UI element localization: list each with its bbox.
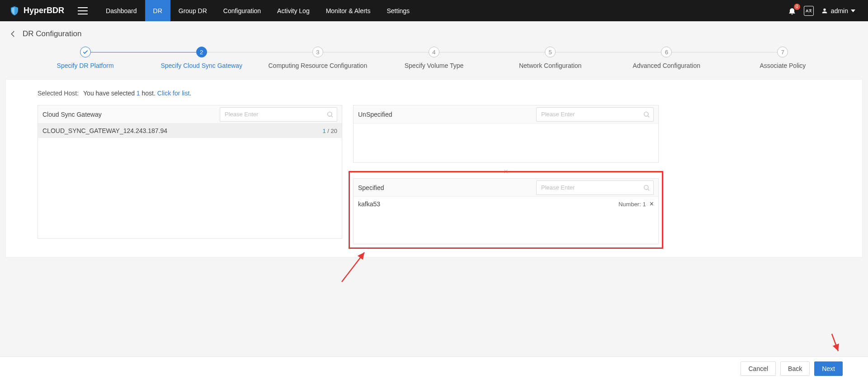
nav-right: 0 A文 admin <box>788 6 855 16</box>
gateway-search-input[interactable] <box>220 107 337 122</box>
search-icon <box>643 184 650 191</box>
brand[interactable]: HyperBDR <box>9 5 64 16</box>
caret-down-icon <box>851 10 855 12</box>
gateway-panel-title: Cloud Sync Gateway <box>42 111 102 118</box>
step-4[interactable]: 4 Specify Volume Type <box>376 47 492 69</box>
selected-host-text: You have selected 1 host. Click for list… <box>83 90 191 97</box>
svg-line-3 <box>342 252 364 282</box>
search-icon <box>643 111 650 118</box>
cloud-sync-gateway-panel: Cloud Sync Gateway CLOUD_SYNC_GATEWAY_12… <box>38 105 342 239</box>
nav-links: Dashboard DR Group DR Configuration Acti… <box>98 0 418 21</box>
step-2[interactable]: 2 Specify Cloud Sync Gateway <box>143 47 259 69</box>
unspecified-search-input[interactable] <box>536 107 654 122</box>
gateway-row-capacity: 1 / 20 <box>322 128 337 134</box>
language-toggle[interactable]: A文 <box>804 6 814 16</box>
page-title: DR Configuration <box>23 29 81 38</box>
step-7[interactable]: 7 Associate Policy <box>725 47 841 69</box>
selected-host-label: Selected Host: <box>38 90 79 97</box>
gateway-row[interactable]: CLOUD_SYNC_GATEWAY_124.243.187.94 1 / 20 <box>38 124 342 138</box>
menu-toggle-icon[interactable] <box>78 7 88 14</box>
specified-row-name: kafka53 <box>358 200 380 208</box>
svg-point-0 <box>328 112 332 116</box>
specified-title: Specified <box>358 184 384 191</box>
step-3[interactable]: 3 Computing Resource Configuration <box>259 47 376 69</box>
remove-row-icon[interactable]: × <box>650 200 654 208</box>
specified-search <box>536 180 654 195</box>
specified-row-right: Number: 1 × <box>618 200 654 208</box>
brand-text: HyperBDR <box>24 6 64 15</box>
unspecified-title: UnSpecified <box>358 111 392 118</box>
wizard-steps: Specify DR Platform 2 Specify Cloud Sync… <box>0 45 868 79</box>
back-arrow-icon[interactable] <box>9 30 17 38</box>
svg-point-1 <box>644 112 648 116</box>
annotation-arrow-icon <box>340 248 371 284</box>
step-6[interactable]: 6 Advanced Configuration <box>609 47 725 69</box>
notifications-icon[interactable]: 0 <box>788 6 797 15</box>
unspecified-search <box>536 107 654 122</box>
nav-configuration[interactable]: Configuration <box>215 0 269 21</box>
top-nav: HyperBDR Dashboard DR Group DR Configura… <box>0 0 868 21</box>
specified-panel: Specified kafka53 Number: 1 <box>353 178 659 244</box>
step-5[interactable]: 5 Network Configuration <box>492 47 609 69</box>
collapse-icon[interactable] <box>353 168 659 173</box>
specified-search-input[interactable] <box>536 180 654 195</box>
unspecified-panel: UnSpecified <box>353 105 659 163</box>
gateway-row-name: CLOUD_SYNC_GATEWAY_124.243.187.94 <box>42 127 167 134</box>
search-icon <box>326 111 334 118</box>
nav-dashboard[interactable]: Dashboard <box>98 0 145 21</box>
click-for-list-link[interactable]: Click for list <box>157 90 190 97</box>
svg-point-2 <box>644 185 648 189</box>
step-1[interactable]: Specify DR Platform <box>27 47 143 69</box>
user-name: admin <box>831 7 848 14</box>
specified-row[interactable]: kafka53 Number: 1 × <box>354 197 658 211</box>
step-1-icon <box>80 47 91 57</box>
selected-host-row: Selected Host: You have selected 1 host.… <box>38 90 830 97</box>
main-card: Selected Host: You have selected 1 host.… <box>5 79 863 257</box>
page-header: DR Configuration <box>0 21 868 45</box>
nav-monitor-alerts[interactable]: Monitor & Alerts <box>318 0 379 21</box>
panels: Cloud Sync Gateway CLOUD_SYNC_GATEWAY_12… <box>38 105 830 244</box>
user-menu[interactable]: admin <box>821 7 855 14</box>
nav-settings[interactable]: Settings <box>379 0 418 21</box>
nav-dr[interactable]: DR <box>145 0 170 21</box>
nav-activity-log[interactable]: Activity Log <box>269 0 318 21</box>
notification-badge: 0 <box>794 4 800 10</box>
user-icon <box>821 7 828 14</box>
nav-group-dr[interactable]: Group DR <box>170 0 215 21</box>
gateway-search <box>220 107 337 122</box>
brand-logo-icon <box>9 5 20 16</box>
